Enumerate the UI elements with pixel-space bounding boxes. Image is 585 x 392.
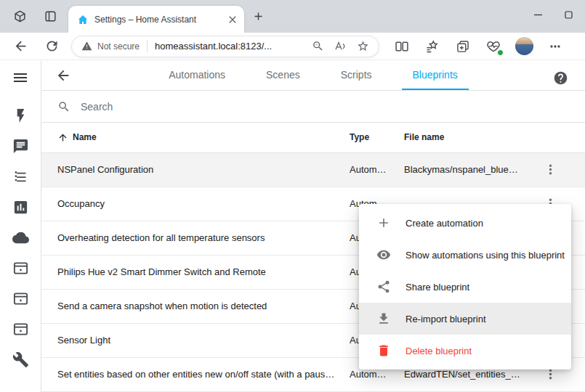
search-bar	[41, 91, 585, 122]
row-overflow-icon[interactable]	[543, 162, 558, 177]
maximize-button[interactable]	[553, 4, 584, 25]
browser-toolbar	[387, 37, 570, 55]
minimize-button[interactable]	[523, 4, 553, 25]
table-row[interactable]: NSPanel Configuration Autom… Blackymas/n…	[41, 153, 585, 187]
browser-titlebar: Settings – Home Assistant	[0, 0, 585, 33]
sidebar-item-energy[interactable]	[12, 107, 29, 124]
zoom-out-icon[interactable]	[312, 40, 324, 52]
address-bar[interactable]: Not secure homeassistant.local:8123/...	[71, 36, 379, 57]
url-text: homeassistant.local:8123/...	[155, 41, 302, 52]
sort-ascending-icon	[57, 132, 68, 143]
sidebar-item-cloud[interactable]	[12, 229, 29, 246]
ha-appbar: Automations Scenes Scripts Blueprints	[41, 61, 585, 91]
import-icon	[376, 311, 391, 326]
browser-menu-icon[interactable]	[548, 39, 562, 54]
home-assistant-logo	[77, 14, 89, 25]
split-screen-icon[interactable]	[395, 39, 409, 54]
table-header: Name Type File name	[41, 123, 585, 153]
sidebar-item-tools[interactable]	[12, 351, 29, 368]
window-controls	[523, 4, 584, 25]
tab-blueprints[interactable]: Blueprints	[402, 61, 469, 90]
browser-tab[interactable]: Settings – Home Assistant	[68, 6, 244, 33]
tab-close-icon[interactable]	[227, 14, 238, 25]
panel-icon	[12, 321, 29, 338]
sidebar-item-todo[interactable]	[12, 168, 29, 185]
sidebar-item-assist[interactable]	[12, 138, 29, 155]
read-aloud-icon[interactable]	[334, 40, 347, 52]
browser-navbar: Not secure homeassistant.local:8123/...	[0, 33, 585, 60]
browser-back-icon[interactable]	[13, 38, 28, 54]
not-secure-warning-icon	[81, 41, 92, 52]
search-icon	[57, 100, 70, 113]
panel-icon	[12, 260, 29, 277]
tab-scripts[interactable]: Scripts	[330, 61, 383, 90]
menu-item-share-blueprint[interactable]: Share blueprint	[359, 271, 571, 303]
wrench-icon	[12, 351, 29, 368]
tab-automations[interactable]: Automations	[158, 61, 236, 90]
ha-back-icon[interactable]	[55, 68, 71, 83]
ha-sidebar	[0, 61, 41, 392]
sidebar-menu-icon[interactable]	[12, 69, 29, 86]
sidebar-item-panel-3[interactable]	[12, 321, 29, 338]
list-icon	[12, 168, 29, 185]
column-header-name[interactable]: Name	[57, 132, 350, 143]
plus-icon	[376, 216, 391, 230]
cloud-icon	[12, 229, 29, 246]
search-input[interactable]	[81, 101, 585, 113]
sidebar-item-history[interactable]	[12, 199, 29, 216]
address-divider	[147, 41, 148, 52]
tab-scenes[interactable]: Scenes	[255, 61, 311, 90]
favorite-star-icon[interactable]	[357, 40, 369, 52]
tab-actions-icon[interactable]	[44, 9, 57, 23]
favorites-icon[interactable]	[425, 39, 440, 54]
chart-box-icon	[12, 199, 29, 216]
blueprint-context-menu: Create automation Show automations using…	[359, 204, 571, 369]
browser-essentials-icon[interactable]	[486, 39, 501, 54]
eye-icon	[376, 248, 391, 262]
essentials-status-badge	[497, 49, 504, 56]
ha-tab-bar: Automations Scenes Scripts Blueprints	[41, 61, 585, 90]
browser-refresh-icon[interactable]	[44, 38, 60, 54]
column-header-file[interactable]: File name	[404, 132, 533, 142]
menu-item-create-automation[interactable]: Create automation	[359, 207, 571, 239]
share-icon	[376, 279, 391, 294]
menu-item-show-automations[interactable]: Show automations using this blueprint	[359, 239, 571, 271]
collections-icon[interactable]	[456, 39, 470, 54]
sidebar-item-panel-1[interactable]	[12, 260, 29, 277]
sidebar-item-panel-2[interactable]	[12, 290, 29, 307]
tab-title: Settings – Home Assistant	[94, 15, 221, 25]
workspaces-icon[interactable]	[13, 9, 27, 23]
help-icon[interactable]	[553, 70, 568, 86]
chat-icon	[12, 138, 29, 155]
new-tab-button[interactable]	[252, 10, 265, 23]
column-header-type[interactable]: Type	[350, 132, 404, 142]
flash-icon	[12, 107, 29, 124]
delete-icon	[376, 343, 391, 358]
profile-avatar[interactable]	[515, 37, 533, 55]
panel-icon	[12, 290, 29, 307]
menu-item-delete-blueprint[interactable]: Delete blueprint	[359, 335, 571, 367]
menu-item-reimport-blueprint[interactable]: Re-import blueprint	[359, 303, 571, 335]
security-label: Not secure	[97, 41, 140, 52]
